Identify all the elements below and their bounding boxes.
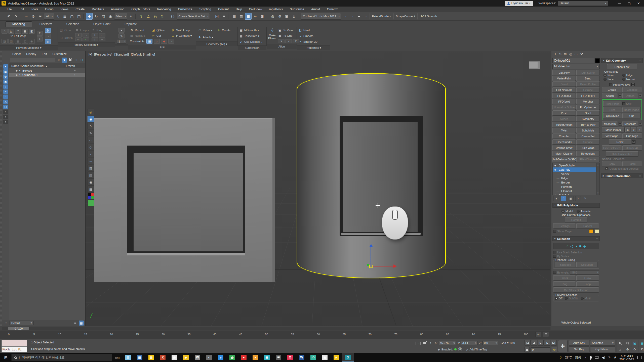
toggle-layer-explorer-icon[interactable]: ▥ [238,13,245,20]
modifier-stack-item[interactable]: ◉ Edit Poly [553,193,599,195]
modifier-button[interactable]: FFD 3x3x3 [552,93,576,98]
modifier-button[interactable]: Bend [576,76,600,81]
enabled-count[interactable]: 0 [458,347,462,351]
modifier-button[interactable]: VertexPaint [552,76,576,81]
preview-subobj-radio[interactable] [565,297,568,300]
polygon-modeling-panel-label[interactable]: Polygon Modeling ▾ [0,45,58,50]
modifier-button[interactable]: Symmetry [576,116,600,121]
vp-camera-icon[interactable]: ◉ [88,179,94,186]
vp-rect-icon[interactable]: ▭ [88,137,94,143]
modifier-button[interactable]: Bevel Profile [576,81,600,87]
loop-shrink-button[interactable]: ▭ [83,33,89,37]
time-slider[interactable]: 0 / 100 [0,326,644,331]
msmooth-settings-icon[interactable] [619,122,622,125]
element-subobject-icon[interactable]: ⬙ [583,244,586,248]
maximize-viewport-icon[interactable]: ◱ [639,346,644,352]
taskbar-stickynotes-icon[interactable]: ▨ [145,353,157,362]
taskbar-media-icon[interactable]: ▶ [180,353,192,362]
menu-item[interactable]: Edit [15,7,27,12]
zoom-all-icon[interactable] [624,340,631,346]
scene-state-4-icon[interactable]: ▱ [363,13,369,20]
hidden-icons-chevron[interactable]: ∧ [584,356,587,359]
taskbar-notepad-icon[interactable]: ▤ [122,353,134,362]
nurms-button[interactable]: ▦NURMS [130,33,151,38]
align-y-button[interactable]: Y [285,39,292,43]
selection-lock-icon[interactable] [422,341,427,345]
modifier-stack-item[interactable]: ◉ Vertex [553,172,599,176]
vp-select-icon[interactable]: ↖ [88,123,94,129]
cut-button[interactable]: Cut [622,113,641,118]
settings-button[interactable]: Settings [553,223,576,229]
explorer-grid-view-icon[interactable]: ▦ [79,321,84,326]
taskbar-chrome-icon[interactable]: ◉ [169,353,180,362]
schematic-view-icon[interactable]: ⊞ [259,13,266,20]
modifier-button[interactable]: Mesh Cleaner [552,151,576,156]
close-button[interactable]: ✕ [637,2,640,5]
filter-frozen-icon[interactable]: ✳ [3,115,8,119]
mouse-model-object[interactable] [382,206,408,240]
edit-poly-mode-rollout-header[interactable]: ▼Edit Poly Mode⁙ [552,203,600,208]
by-vertex-checkbox[interactable] [553,255,556,258]
object-color-swatch[interactable] [595,58,600,63]
dock-grip[interactable] [0,51,2,326]
explorer-menu-item[interactable]: Edit [39,52,49,56]
commit-button[interactable]: Commit [565,217,587,222]
paint-selection-icon[interactable]: ✎ [118,33,125,38]
isolate-selection-icon[interactable]: ▪ [416,341,421,345]
explorer-menu-item[interactable]: Display [24,52,38,56]
visibility-eye-icon[interactable]: ◉ [15,69,18,72]
taskbar-edge-icon[interactable]: e [215,353,226,362]
polygon-mode-icon[interactable]: ▣ [22,29,28,34]
attach-button[interactable]: ❖Attach ▾ [198,35,217,40]
modifier-button[interactable]: Fillet/Chamfer [576,157,600,162]
viewport[interactable]: [+] [Perspective] [Standard] [Default Sh… [86,51,551,326]
bind-spacewarp-icon[interactable]: ≋ [37,13,44,20]
taskbar-mail-icon[interactable]: ✉ [273,353,284,362]
tessellate-button[interactable]: Tessellate [622,121,638,126]
filter-shapes-icon[interactable]: ◧ [3,69,8,74]
msmooth-button[interactable]: ▦MSmooth ▾ [239,28,265,33]
taskbar-calculator-icon[interactable]: ▦ [134,353,145,362]
taskbar-autodesk-icon[interactable]: X [157,353,169,362]
window-crossing-icon[interactable]: ◫ [76,13,82,20]
detach-settings-icon[interactable] [639,94,642,97]
geometry-panel-label[interactable]: Geometry (All) ▾ [196,41,237,46]
motion-tab-icon[interactable]: ◎ [569,52,572,56]
constraint-normal-radio[interactable] [622,78,625,81]
collapse-stack-up-icon[interactable]: ⇧ [37,31,43,36]
constraint-none-radio[interactable] [603,74,607,77]
task-view-icon[interactable]: ▭▯ [112,353,122,362]
modifier-button[interactable]: Morpher [576,99,600,104]
modify-tab-icon[interactable]: S [559,52,561,56]
menu-item[interactable]: Graph Editors [128,7,153,12]
project-folder-dropdown[interactable]: C:\Users\JI...ds Max 2022 [301,13,341,20]
taskbar-maps-icon[interactable]: ◍ [226,353,238,362]
modifier-stack-item[interactable]: ◉ Polygon [553,185,599,189]
planar-z-button[interactable]: Z [637,127,642,132]
reset-plane-button[interactable]: Reset Plane [622,107,641,112]
filter-geometry-icon[interactable]: ● [3,64,8,69]
delete-isolated-vertices-checkbox[interactable] [606,167,608,170]
use-pivot-center-icon[interactable]: ⌖ [128,13,134,20]
select-scale-icon[interactable]: ◱ [100,13,107,20]
mini-curve-editor-icon[interactable]: ∿ [535,332,541,337]
grow-button[interactable]: Grow [576,275,599,281]
menu-item[interactable]: Arnold [308,7,323,12]
modifier-button[interactable]: OpenSubdiv [552,139,576,145]
menu-item[interactable]: File [4,7,15,12]
relax-button[interactable]: ◠Relax ▾ [198,28,217,33]
filter-bones-icon[interactable]: ◬ [3,100,8,104]
vp-pencil-icon[interactable]: ✎ [88,130,94,136]
scene-object-row[interactable]: ◉ ● Cylinder001 ✳ [9,73,85,77]
make-planar-button[interactable]: Make Planar [602,127,625,132]
menu-item[interactable]: Substance [287,7,307,12]
filter-particles-icon[interactable]: ∴ [3,95,8,99]
filter-containers-icon[interactable]: ▢ [3,105,8,109]
vp-swatch-icon[interactable]: ■ [88,200,94,207]
loop-grow-button[interactable]: ✛ [75,33,82,37]
menu-item[interactable]: Views [57,7,72,12]
filter-lights-icon[interactable]: ◍ [3,74,8,79]
modifier-button[interactable]: Edit Normals [552,87,576,93]
weather-temp[interactable]: 28°C [565,356,572,359]
menu-item[interactable]: Help [232,7,245,12]
